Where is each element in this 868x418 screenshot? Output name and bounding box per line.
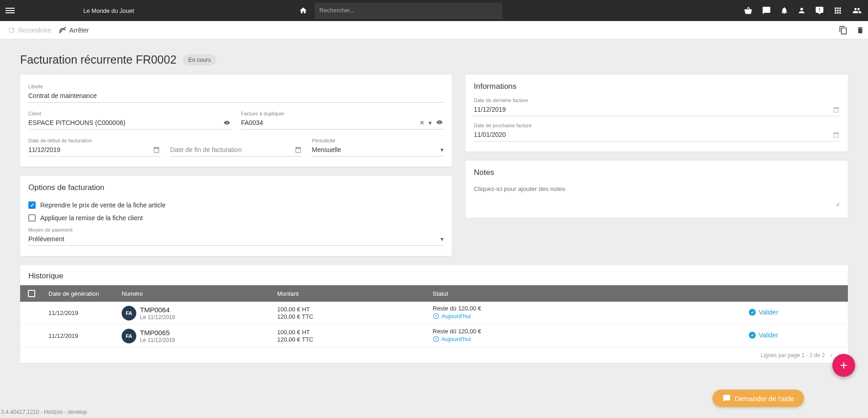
notes-textarea[interactable] bbox=[474, 184, 840, 206]
menu-icon[interactable] bbox=[5, 6, 15, 15]
appliquer-remise-label: Appliquer la remise de la fiche client bbox=[40, 214, 143, 222]
next-invoice-label: Date de prochaine facture bbox=[474, 123, 840, 128]
reprendre-prix-label: Reprendre le prix de vente de la fiche a… bbox=[40, 201, 166, 209]
group-icon[interactable] bbox=[852, 6, 863, 15]
calendar-icon[interactable] bbox=[833, 106, 840, 113]
eye-icon[interactable] bbox=[223, 119, 231, 126]
basket-icon[interactable] bbox=[744, 6, 753, 15]
appliquer-remise-checkbox[interactable] bbox=[28, 214, 36, 222]
reprendre-prix-checkbox[interactable]: ✓ bbox=[28, 201, 36, 209]
history-title: Historique bbox=[20, 265, 848, 285]
delete-icon[interactable] bbox=[856, 26, 864, 35]
amount-ht: 100,00 € HT bbox=[277, 306, 422, 313]
libelle-field[interactable]: Contrat de maintenance bbox=[28, 90, 444, 103]
notes-card: Notes bbox=[466, 161, 848, 218]
brand-name: Le Monde du Jouet bbox=[83, 7, 134, 14]
client-field[interactable]: ESPACE PITCHOUNS (C000006) bbox=[28, 117, 231, 130]
col-num[interactable]: Numéro bbox=[116, 290, 272, 297]
prev-page-icon[interactable]: ‹ bbox=[830, 351, 832, 359]
help-button[interactable]: Demander de l'aide bbox=[713, 390, 804, 391]
end-label bbox=[170, 138, 302, 143]
select-all-checkbox[interactable] bbox=[28, 290, 35, 297]
page-title: Facturation récurrente FR0002 bbox=[20, 53, 177, 66]
valider-button[interactable]: Valider bbox=[748, 308, 778, 316]
period-label: Périodicité bbox=[312, 138, 444, 143]
dup-label: Facture à dupliquer bbox=[241, 111, 444, 116]
period-field[interactable]: Mensuelle ▾ bbox=[312, 144, 444, 157]
bell-icon[interactable] bbox=[780, 6, 788, 15]
clear-icon[interactable]: ✕ bbox=[419, 119, 425, 126]
main-form-card: Libellé Contrat de maintenance Client ES… bbox=[20, 75, 452, 167]
client-label: Client bbox=[28, 111, 231, 116]
chevron-down-icon[interactable]: ▾ bbox=[440, 235, 444, 243]
options-title: Options de facturation bbox=[28, 181, 444, 192]
search-input[interactable] bbox=[315, 3, 502, 18]
info-title: Informations bbox=[474, 80, 840, 91]
next-invoice-field[interactable]: 11/01/2020 bbox=[474, 129, 840, 141]
actionbar: Reconduire Arrêter bbox=[0, 21, 868, 39]
stop-alarm-icon bbox=[59, 26, 67, 34]
options-card: Options de facturation ✓ Reprendre le pr… bbox=[20, 176, 452, 256]
feedback-icon[interactable] bbox=[815, 6, 824, 15]
due-today: Aujourd'hui bbox=[433, 336, 471, 342]
table-row[interactable]: 11/12/2019 FA TMP0065Le 11/12/2019 100,0… bbox=[20, 325, 848, 347]
svg-point-3 bbox=[749, 332, 756, 339]
pay-label: Moyen de paiement bbox=[28, 227, 444, 233]
amount-ht: 100,00 € HT bbox=[277, 329, 422, 336]
table-row[interactable]: 11/12/2019 FA TMP0064Le 11/12/2019 100,0… bbox=[20, 302, 848, 325]
chat-icon[interactable] bbox=[762, 6, 771, 15]
start-label: Date de début de facturation bbox=[28, 138, 160, 143]
reconduire-button: Reconduire bbox=[4, 23, 55, 37]
add-fab[interactable]: + bbox=[832, 354, 855, 377]
remaining-due: Reste dû 120,00 € bbox=[433, 305, 737, 312]
avatar: FA bbox=[122, 329, 136, 343]
avatar: FA bbox=[122, 306, 136, 320]
refresh-icon bbox=[7, 26, 16, 34]
chevron-down-icon[interactable]: ▾ bbox=[440, 146, 444, 153]
topbar: Le Monde du Jouet bbox=[0, 0, 868, 21]
info-card: Informations Date de dernière facture 11… bbox=[466, 75, 848, 152]
start-date-field[interactable]: 11/12/2019 bbox=[28, 144, 160, 157]
row-date: 11/12/2019 bbox=[43, 330, 116, 342]
row-date: 11/12/2019 bbox=[43, 307, 116, 319]
dropdown-icon[interactable]: ▾ bbox=[429, 119, 432, 126]
invoice-number: TMP0065 bbox=[140, 329, 175, 337]
invoice-subdate: Le 11/12/2019 bbox=[140, 314, 175, 320]
calendar-icon[interactable] bbox=[153, 146, 160, 153]
due-today: Aujourd'hui bbox=[433, 313, 471, 320]
libelle-label: Libellé bbox=[28, 84, 444, 89]
apps-icon[interactable] bbox=[833, 6, 842, 15]
history-header: Date de génération Numéro Montant Statut bbox=[20, 285, 848, 302]
user-icon[interactable] bbox=[798, 6, 806, 15]
col-status[interactable]: Statut bbox=[427, 290, 743, 297]
eye-icon[interactable] bbox=[435, 119, 444, 126]
invoice-number: TMP0064 bbox=[140, 306, 175, 314]
pagination-text: Lignes par page 1 - 2 de 2 bbox=[761, 352, 825, 358]
home-icon[interactable] bbox=[299, 6, 308, 15]
notes-title: Notes bbox=[474, 166, 840, 177]
amount-ttc: 120,00 € TTC bbox=[277, 336, 422, 343]
invoice-subdate: Le 11/12/2019 bbox=[140, 337, 175, 343]
col-date[interactable]: Date de génération bbox=[43, 290, 116, 297]
copy-icon[interactable] bbox=[839, 26, 848, 35]
status-badge: En cours bbox=[183, 54, 216, 65]
calendar-icon[interactable] bbox=[833, 131, 840, 138]
history-footer: Lignes par page 1 - 2 de 2 ‹ › bbox=[20, 347, 848, 363]
svg-point-1 bbox=[749, 309, 756, 316]
arreter-button[interactable]: Arrêter bbox=[55, 23, 93, 37]
calendar-icon[interactable] bbox=[295, 146, 302, 153]
last-invoice-label: Date de dernière facture bbox=[474, 98, 840, 103]
amount-ttc: 120,00 € TTC bbox=[277, 313, 422, 320]
history-card: Historique Date de génération Numéro Mon… bbox=[20, 265, 848, 363]
valider-button[interactable]: Valider bbox=[748, 331, 778, 339]
end-date-field[interactable]: Date de fin de facturation bbox=[170, 144, 302, 157]
remaining-due: Reste dû 120,00 € bbox=[433, 328, 737, 335]
last-invoice-field[interactable]: 11/12/2019 bbox=[474, 104, 840, 116]
col-amt[interactable]: Montant bbox=[272, 290, 427, 297]
payment-field[interactable]: Prélèvement ▾ bbox=[28, 233, 444, 246]
dup-field[interactable]: FA0034 ✕ ▾ bbox=[241, 117, 444, 130]
